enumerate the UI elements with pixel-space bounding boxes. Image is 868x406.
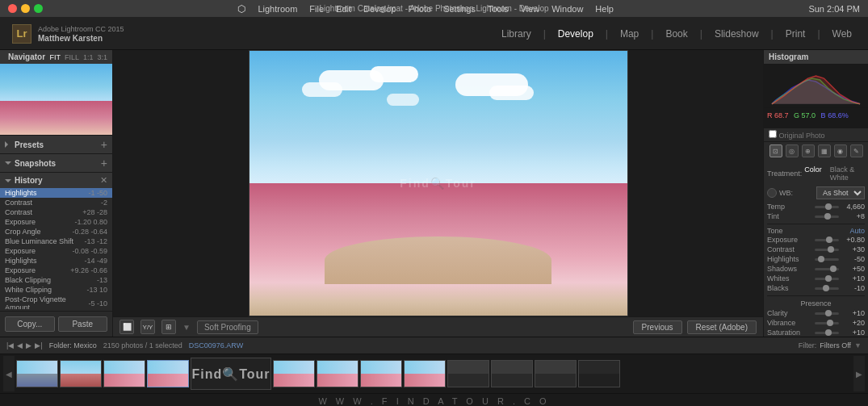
history-item[interactable]: Exposure +9.26 -0.66: [0, 266, 112, 275]
film-thumb-2[interactable]: [60, 360, 102, 387]
brush-icon[interactable]: ✎: [850, 144, 863, 157]
history-item[interactable]: Post-Crop Vignette Amount -5 -10: [0, 295, 112, 309]
filmstrip-last-icon[interactable]: ▶|: [35, 341, 42, 349]
filmstrip-first-icon[interactable]: |◀: [6, 341, 14, 349]
minimize-button[interactable]: [21, 4, 30, 13]
film-thumb-11[interactable]: [535, 360, 577, 387]
paste-button[interactable]: Paste: [58, 316, 108, 332]
film-thumb-8[interactable]: [404, 360, 446, 387]
gradient-filter-icon[interactable]: ▦: [818, 144, 831, 157]
color-treatment-btn[interactable]: Color: [802, 165, 824, 182]
history-item[interactable]: Exposure -0.08 -0.59: [0, 246, 112, 256]
saturation-value: +10: [842, 329, 865, 337]
film-thumb-10[interactable]: [491, 360, 533, 387]
histogram-chart: [764, 64, 868, 108]
snapshots-panel-header[interactable]: Snapshots +: [0, 154, 112, 173]
filmstrip-prev-icon[interactable]: ◀: [17, 341, 23, 349]
module-nav[interactable]: Library | Develop | Map | Book | Slidesh…: [497, 27, 856, 41]
nav-map[interactable]: Map: [616, 27, 643, 41]
zoom-3-1[interactable]: 3:1: [97, 53, 107, 61]
tint-row: Tint +8: [767, 211, 865, 221]
history-item[interactable]: White Clipping -13 10: [0, 285, 112, 295]
image-viewer[interactable]: Find🔍Tour: [113, 50, 763, 316]
presets-add-icon[interactable]: +: [101, 138, 107, 151]
radial-filter-icon[interactable]: ◉: [834, 144, 847, 157]
wb-tools-row: WB: As Shot: [767, 184, 865, 202]
filmstrip-next-icon[interactable]: ▶: [26, 341, 31, 349]
previous-button[interactable]: Previous: [633, 320, 682, 334]
menu-item-lightroom[interactable]: Lightroom: [258, 4, 297, 14]
soft-proofing-toggle[interactable]: Soft Proofing: [197, 320, 258, 334]
histogram-header[interactable]: Histogram: [764, 50, 868, 64]
blacks-slider[interactable]: [815, 287, 839, 290]
clarity-slider[interactable]: [815, 312, 839, 315]
history-item[interactable]: Crop Angle -0.28 -0.64: [0, 227, 112, 236]
filmstrip-left-arrow[interactable]: ◀: [3, 356, 15, 391]
nav-print[interactable]: Print: [782, 27, 810, 41]
copy-button[interactable]: Copy...: [5, 316, 55, 332]
before-after-icon[interactable]: Y/Y: [140, 320, 155, 334]
window-controls[interactable]: [8, 4, 43, 13]
filmstrip-nav-icons[interactable]: |◀ ◀ ▶ ▶|: [6, 341, 43, 349]
zoom-1-1[interactable]: 1:1: [83, 53, 94, 61]
tint-slider[interactable]: [815, 216, 839, 218]
saturation-slider[interactable]: [815, 332, 839, 334]
treatment-options[interactable]: Color Black & White: [802, 165, 865, 182]
film-thumb-1[interactable]: [16, 360, 58, 387]
nav-library[interactable]: Library: [497, 27, 535, 41]
history-item[interactable]: Blue Luminance Shift -13 -12: [0, 236, 112, 246]
filter-dropdown-icon[interactable]: ▼: [854, 341, 862, 349]
redeye-icon[interactable]: ⊕: [802, 144, 815, 157]
film-thumb-3[interactable]: [103, 360, 145, 387]
snapshots-add-icon[interactable]: +: [101, 157, 107, 170]
menu-item-help[interactable]: Help: [595, 4, 614, 14]
history-item[interactable]: Contrast -2: [0, 198, 112, 207]
spot-heal-icon[interactable]: ◎: [786, 144, 799, 157]
shadows-slider[interactable]: [815, 268, 839, 270]
nav-develop[interactable]: Develop: [554, 27, 598, 41]
grid-icon[interactable]: ⊞: [161, 320, 176, 334]
filmstrip-right-arrow[interactable]: ▶: [853, 356, 865, 391]
history-clear-icon[interactable]: ✕: [100, 175, 107, 186]
highlights-slider[interactable]: [815, 258, 839, 261]
history-item[interactable]: Black Clipping -13: [0, 275, 112, 285]
film-thumb-6[interactable]: [317, 360, 359, 387]
nav-slideshow[interactable]: Slideshow: [711, 27, 763, 41]
temp-slider[interactable]: [815, 206, 839, 208]
film-thumb-5[interactable]: [273, 360, 315, 387]
film-thumb-9[interactable]: [447, 360, 489, 387]
contrast-slider[interactable]: [815, 249, 839, 251]
original-photo-checkbox[interactable]: [769, 130, 777, 138]
reset-button[interactable]: Reset (Adobe): [687, 320, 757, 334]
vibrance-slider[interactable]: [815, 322, 839, 324]
history-list[interactable]: Highlights -1 -50 Contrast -2 Contrast +…: [0, 188, 112, 309]
zoom-options[interactable]: FIT FILL 1:1 3:1: [49, 53, 107, 61]
wb-select[interactable]: As Shot: [816, 186, 865, 199]
crop-tool-icon[interactable]: ⊡: [769, 144, 782, 157]
nav-book[interactable]: Book: [661, 27, 691, 41]
bw-treatment-btn[interactable]: Black & White: [828, 165, 865, 182]
history-panel-header[interactable]: History ✕: [0, 173, 112, 188]
nav-web[interactable]: Web: [828, 27, 856, 41]
history-item[interactable]: Highlights -1 -50: [0, 188, 112, 198]
tone-label: Tone: [767, 227, 783, 235]
close-button[interactable]: [8, 4, 17, 13]
navigator-header[interactable]: Navigator FIT FILL 1:1 3:1: [0, 50, 112, 64]
zoom-fill[interactable]: FILL: [65, 53, 79, 61]
history-item[interactable]: Exposure -1.20 0.80: [0, 217, 112, 227]
zoom-fit[interactable]: FIT: [49, 53, 61, 61]
maximize-button[interactable]: [34, 4, 43, 13]
history-item[interactable]: Contrast +28 -28: [0, 207, 112, 217]
whites-slider[interactable]: [815, 278, 839, 280]
tone-auto-btn[interactable]: Auto: [849, 227, 865, 235]
presets-panel-header[interactable]: Presets +: [0, 136, 112, 154]
eyedropper-icon[interactable]: [767, 188, 777, 198]
film-thumb-4[interactable]: [147, 360, 189, 387]
exposure-slider[interactable]: [815, 239, 839, 241]
menu-item-window[interactable]: Window: [551, 4, 583, 14]
view-mode-icon[interactable]: ⬜: [120, 320, 134, 334]
history-item[interactable]: Highlights -14 -49: [0, 256, 112, 266]
film-thumb-7[interactable]: [360, 360, 402, 387]
film-thumb-12[interactable]: [578, 360, 620, 387]
shadows-row: Shadows +50: [767, 264, 865, 274]
